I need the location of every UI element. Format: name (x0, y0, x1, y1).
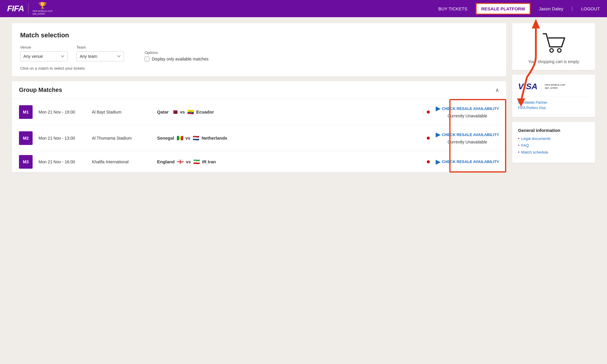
resale-arrow-icon-m3: ▶ (436, 158, 440, 165)
table-row[interactable]: M1 Mon 21 Nov - 19:00 Al Bayt Stadium Qa… (12, 99, 506, 125)
match-date-m1: Mon 21 Nov - 19:00 (39, 110, 86, 114)
visa-logo: VISA (518, 82, 537, 91)
team1-name-m1: Qatar (157, 109, 169, 114)
cart-empty-text: Your shopping cart is empty (528, 59, 579, 64)
visa-box: VISA FIFA WORLD CUPQat_ar2022 Worldwide … (512, 75, 595, 117)
vs-m2: vs (186, 135, 191, 141)
table-row[interactable]: M2 Mon 21 Nov - 13:00 Al Thumama Stadium… (12, 125, 506, 151)
match-badge-m3: M3 (19, 155, 33, 169)
cart-icon (540, 31, 567, 55)
nav-divider: | (572, 6, 573, 11)
resale-platform-nav[interactable]: RESALE PLATFORM (476, 3, 531, 15)
collapse-icon[interactable]: ∧ (495, 87, 499, 93)
header-right: BUY TICKETS RESALE PLATFORM Jason Daley … (438, 3, 600, 15)
availability-dot-m2 (427, 137, 430, 140)
venue-select[interactable]: Any venue (20, 51, 68, 61)
resale-status-m2: Currently Unavailable (448, 139, 487, 145)
svg-point-0 (550, 49, 553, 52)
main-content: Match selection Venue Any venue Team Any… (0, 17, 607, 178)
faq-link[interactable]: FAQ (518, 143, 589, 148)
team-select[interactable]: Any team (76, 51, 124, 61)
match-schedule-link[interactable]: Match schedule (518, 150, 589, 154)
match-badge-m1: M1 (19, 105, 33, 119)
match-venue-m1: Al Bayt Stadium (92, 110, 151, 114)
check-resale-btn-m2[interactable]: ▶ CHECK RESALE AVAILABILITY (436, 131, 499, 138)
header: FIFA 🏆 FIFA WORLD CUPQat_ar2022 BUY TICK… (0, 0, 607, 17)
left-column: Match selection Venue Any venue Team Any… (12, 23, 506, 173)
wc-label: FIFA WORLD CUPQat_ar2022 (33, 10, 53, 15)
team1-name-m3: England (157, 159, 175, 164)
table-row[interactable]: M3 Mon 21 Nov - 16:00 Khalifa Internatio… (12, 151, 506, 173)
group-title: Group Matches (19, 87, 62, 93)
filters-row: Venue Any venue Team Any team Options Di (20, 45, 498, 61)
header-left: FIFA 🏆 FIFA WORLD CUPQat_ar2022 (7, 2, 52, 15)
match-venue-m3: Khalifa International (92, 159, 151, 164)
match-selection-box: Match selection Venue Any venue Team Any… (12, 23, 506, 76)
right-column: Your shopping cart is empty VISA FIFA WO… (512, 23, 595, 173)
match-selection-title: Match selection (20, 31, 498, 39)
options-label: Options (145, 50, 208, 55)
vs-m3: vs (186, 159, 191, 164)
team2-flag-m2: 🇳🇱 (193, 135, 199, 141)
visa-header: VISA FIFA WORLD CUPQat_ar2022 (518, 81, 589, 97)
team1-flag-m2: 🇸🇳 (177, 135, 183, 141)
match-venue-m2: Al Thumama Stadium (92, 136, 151, 141)
team2-name-m2: Netherlands (202, 135, 227, 141)
availability-dot-m3 (427, 160, 430, 163)
match-teams-m3: England 🏴󠁧󠁢󠁥󠁮󠁧󠁿 vs 🇮🇷 IR Iran (157, 159, 421, 165)
resale-btn-label-m1: CHECK RESALE AVAILABILITY (442, 106, 499, 111)
team-label: Team (76, 45, 124, 50)
availability-dot-m1 (427, 111, 430, 114)
resale-btn-label-m3: CHECK RESALE AVAILABILITY (442, 159, 499, 164)
visa-wc-branding: FIFA WORLD CUPQat_ar2022 (545, 84, 565, 90)
match-teams-m1: Qatar 🇶🇦 vs 🇪🇨 Ecuador (157, 109, 421, 115)
general-info-title: General information (518, 128, 589, 133)
resale-arrow-icon-m1: ▶ (436, 105, 440, 112)
fifa-prefers-visa-link[interactable]: FIFA Prefers Visa (518, 106, 589, 110)
team2-flag-m3: 🇮🇷 (193, 159, 200, 165)
visa-wc-label: FIFA WORLD CUPQat_ar2022 (545, 84, 565, 90)
match-date-m2: Mon 21 Nov - 13:00 (39, 136, 86, 141)
match-teams-m2: Senegal 🇸🇳 vs 🇳🇱 Netherlands (157, 135, 421, 141)
venue-label: Venue (20, 45, 68, 50)
svg-point-1 (558, 49, 561, 52)
match-date-m3: Mon 21 Nov - 16:00 (39, 159, 86, 164)
world-cup-logo: 🏆 FIFA WORLD CUPQat_ar2022 (33, 2, 53, 15)
wc-emblem: 🏆 (39, 2, 47, 9)
vs-m1: vs (180, 109, 185, 114)
legal-documents-link[interactable]: Legal documents (518, 136, 589, 141)
general-info-box: General information Legal documents FAQ … (512, 122, 595, 163)
resale-col-m3: ▶ CHECK RESALE AVAILABILITY (436, 155, 499, 168)
venue-filter-group: Venue Any venue (20, 45, 68, 61)
matches-container: M1 Mon 21 Nov - 19:00 Al Bayt Stadium Qa… (12, 99, 506, 173)
group-matches-box: Group Matches ∧ M1 Mon 21 Nov - 19:00 Al… (12, 81, 506, 173)
user-name-nav: Jason Daley (539, 6, 563, 11)
buy-tickets-nav[interactable]: BUY TICKETS (438, 6, 467, 11)
team2-flag-m1: 🇪🇨 (187, 109, 194, 115)
group-matches-header: Group Matches ∧ (12, 81, 506, 99)
team2-name-m3: IR Iran (202, 159, 216, 164)
display-available-row: Display only available matches (145, 57, 208, 61)
resale-col-m2: ▶ CHECK RESALE AVAILABILITY Currently Un… (436, 128, 499, 148)
check-resale-btn-m3[interactable]: ▶ CHECK RESALE AVAILABILITY (436, 158, 499, 165)
team1-name-m2: Senegal (157, 135, 174, 141)
worldwide-partner-link[interactable]: Worldwide Partner (518, 100, 589, 105)
options-group: Options Display only available matches (145, 50, 208, 61)
team-filter-group: Team Any team (76, 45, 124, 61)
header-divider (28, 3, 28, 14)
cart-box: Your shopping cart is empty (512, 23, 595, 70)
resale-status-m1: Currently Unavailable (448, 113, 487, 119)
fifa-logo: FIFA (7, 4, 24, 13)
match-badge-m2: M2 (19, 131, 33, 145)
display-available-checkbox[interactable] (145, 57, 149, 61)
logout-nav[interactable]: LOGOUT (581, 6, 600, 11)
display-available-label: Display only available matches (152, 57, 208, 61)
resale-arrow-icon-m2: ▶ (436, 131, 440, 138)
team2-name-m1: Ecuador (196, 109, 214, 114)
resale-col-m1: ▶ CHECK RESALE AVAILABILITY Currently Un… (436, 102, 499, 122)
helper-text: Click on a match to select your tickets. (20, 66, 498, 71)
visa-divider (541, 81, 541, 92)
team1-flag-m3: 🏴󠁧󠁢󠁥󠁮󠁧󠁿 (177, 159, 183, 165)
resale-btn-label-m2: CHECK RESALE AVAILABILITY (442, 132, 499, 137)
check-resale-btn-m1[interactable]: ▶ CHECK RESALE AVAILABILITY (436, 105, 499, 112)
